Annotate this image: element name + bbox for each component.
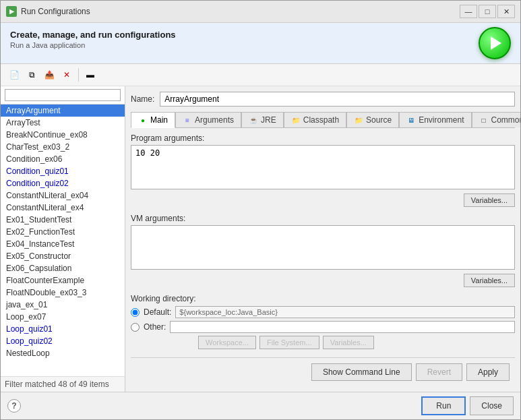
show-command-line-button[interactable]: Show Command Line <box>311 363 412 381</box>
tab-jre-label: JRE <box>261 115 276 125</box>
sidebar-footer: Filter matched 48 of 49 items <box>1 376 125 392</box>
footer-right: Run Close <box>421 396 514 415</box>
list-item[interactable]: FloatNDouble_ex03_3 <box>1 287 125 299</box>
default-dir-input <box>175 306 515 318</box>
export-button[interactable]: 📤 <box>41 67 57 83</box>
other-dir-input[interactable] <box>170 321 515 333</box>
list-item[interactable]: java_ex_01 <box>1 299 125 311</box>
list-item[interactable]: ArrayArgument <box>1 104 125 117</box>
variables-button[interactable]: Variables... <box>323 336 374 349</box>
filesystem-button[interactable]: File System... <box>259 336 319 349</box>
form-section: Program arguments: 10 20 Variables... VM… <box>131 133 515 357</box>
collapse-button[interactable]: ▬ <box>82 67 98 83</box>
tab-classpath[interactable]: 📁 Classpath <box>284 112 346 127</box>
workspace-button[interactable]: Workspace... <box>198 336 256 349</box>
working-dir-section: Working directory: Default: Other: Works… <box>131 294 515 349</box>
list-item[interactable]: Ex06_Capsulation <box>1 262 125 274</box>
title-bar: ▶ Run Configurations — □ ✕ <box>1 1 520 23</box>
config-list: ArrayArgument ArrayTest BreakNContinue_e… <box>1 104 125 376</box>
tab-arguments[interactable]: ≡ Arguments <box>175 112 241 127</box>
sidebar: ArrayArgument ArrayTest BreakNContinue_e… <box>1 86 125 392</box>
list-item[interactable]: Loop_ex07 <box>1 311 125 323</box>
program-args-label: Program arguments: <box>131 133 515 143</box>
name-label: Name: <box>131 94 154 104</box>
program-args-group: Program arguments: 10 20 Variables... <box>131 133 515 207</box>
bottom-bar: Show Command Line Revert Apply <box>131 357 515 386</box>
search-box <box>1 86 125 104</box>
other-radio-row: Other: <box>131 321 515 333</box>
filter-status: Filter matched 48 of 49 items <box>5 380 109 389</box>
list-item[interactable]: Ex02_FunctionTest <box>1 226 125 238</box>
footer-left: ? <box>7 399 21 413</box>
tab-source[interactable]: 📁 Source <box>346 112 399 127</box>
tab-source-label: Source <box>366 115 392 125</box>
header-section: Create, manage, and run configurations R… <box>1 23 520 64</box>
tab-jre[interactable]: ☕ JRE <box>241 112 284 127</box>
list-item[interactable]: Ex04_InstanceTest <box>1 238 125 250</box>
program-vars-button[interactable]: Variables... <box>464 193 515 207</box>
default-radio-row: Default: <box>131 306 515 318</box>
header-text: Create, manage, and run configurations R… <box>10 30 176 49</box>
list-item[interactable]: ArrayTest <box>1 117 125 129</box>
source-tab-icon: 📁 <box>354 115 363 125</box>
window-title: Run Configurations <box>21 7 456 16</box>
other-radio-label: Other: <box>144 322 166 332</box>
run-icon[interactable] <box>479 27 511 59</box>
close-dialog-button[interactable]: Close <box>470 396 514 415</box>
toolbar: 📄 ⧉ 📤 ✕ ▬ <box>1 64 520 86</box>
common-tab-icon: □ <box>479 115 489 125</box>
list-item[interactable]: Condition_quiz02 <box>1 177 125 189</box>
name-input[interactable] <box>160 92 515 107</box>
other-radio[interactable] <box>131 323 140 332</box>
vm-vars-button[interactable]: Variables... <box>464 274 515 287</box>
maximize-button[interactable]: □ <box>479 5 496 18</box>
list-item[interactable]: ConstantNLiteral_ex4 <box>1 202 125 214</box>
jre-tab-icon: ☕ <box>249 115 258 125</box>
tab-environment[interactable]: 🖥 Environment <box>399 112 471 127</box>
help-button[interactable]: ? <box>7 399 21 413</box>
list-item[interactable]: Ex01_StudentTest <box>1 214 125 226</box>
program-args-input[interactable]: 10 20 <box>131 145 515 189</box>
main-content: ArrayArgument ArrayTest BreakNContinue_e… <box>1 86 520 392</box>
arguments-tab-icon: ≡ <box>183 115 192 125</box>
revert-button[interactable]: Revert <box>416 363 462 381</box>
run-button[interactable]: Run <box>421 396 466 415</box>
tab-main[interactable]: ● Main <box>131 112 175 128</box>
classpath-tab-icon: 📁 <box>291 115 301 125</box>
list-item[interactable]: CharTest_ex03_2 <box>1 141 125 153</box>
tab-common[interactable]: □ Common <box>472 112 521 127</box>
right-panel: Name: ● Main ≡ Arguments ☕ JRE 📁 <box>125 86 520 392</box>
program-args-wrap: 10 20 <box>131 145 515 191</box>
list-item[interactable]: FloatCounterExample <box>1 274 125 287</box>
window-icon: ▶ <box>6 6 17 17</box>
toolbar-separator <box>78 68 79 82</box>
list-item[interactable]: Condition_quiz01 <box>1 165 125 177</box>
list-item[interactable]: BreakNContinue_ex08 <box>1 129 125 141</box>
tab-classpath-label: Classpath <box>303 115 339 125</box>
list-item[interactable]: NestedLoop <box>1 347 125 359</box>
window-controls: — □ ✕ <box>460 5 515 18</box>
duplicate-button[interactable]: ⧉ <box>24 67 40 83</box>
default-radio-label: Default: <box>144 307 171 317</box>
default-radio[interactable] <box>131 308 140 317</box>
minimize-button[interactable]: — <box>460 5 477 18</box>
list-item[interactable]: ConstantNLiteral_ex04 <box>1 189 125 202</box>
vm-args-label: VM arguments: <box>131 214 515 223</box>
delete-button[interactable]: ✕ <box>59 67 75 83</box>
close-window-button[interactable]: ✕ <box>497 5 515 18</box>
header-title: Create, manage, and run configurations <box>10 30 176 40</box>
list-item[interactable]: Loop_quiz01 <box>1 323 125 335</box>
list-item[interactable]: Loop_quiz02 <box>1 335 125 347</box>
tab-arguments-label: Arguments <box>195 115 234 125</box>
tab-main-label: Main <box>150 115 168 125</box>
new-config-button[interactable]: 📄 <box>6 67 22 83</box>
footer-bar: ? Run Close <box>1 392 520 419</box>
run-configurations-window: ▶ Run Configurations — □ ✕ Create, manag… <box>0 0 521 420</box>
vm-args-input[interactable] <box>131 225 515 270</box>
search-input[interactable] <box>5 89 121 101</box>
list-item[interactable]: Condition_ex06 <box>1 153 125 165</box>
list-item[interactable]: Ex05_Constructor <box>1 250 125 262</box>
tab-environment-label: Environment <box>419 115 464 125</box>
apply-button[interactable]: Apply <box>466 363 510 381</box>
vm-args-wrap <box>131 225 515 272</box>
